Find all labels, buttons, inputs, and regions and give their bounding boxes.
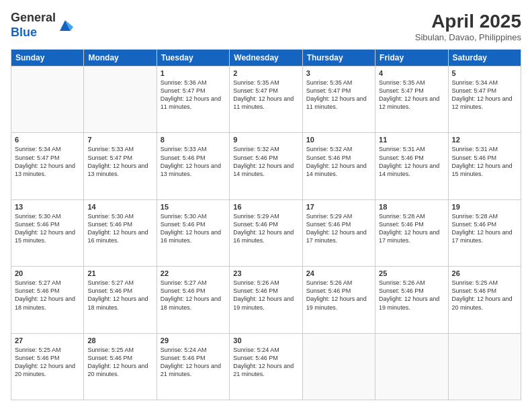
cell-detail: Sunrise: 5:24 AMSunset: 5:46 PMDaylight:… [161, 346, 226, 379]
calendar-cell: 2Sunrise: 5:35 AMSunset: 5:47 PMDaylight… [230, 66, 302, 133]
calendar-cell: 18Sunrise: 5:28 AMSunset: 5:46 PMDayligh… [375, 199, 448, 266]
cell-detail: Sunrise: 5:27 AMSunset: 5:46 PMDaylight:… [87, 279, 152, 312]
cell-detail: Sunrise: 5:36 AMSunset: 5:47 PMDaylight:… [161, 79, 226, 111]
calendar-week-1: 1Sunrise: 5:36 AMSunset: 5:47 PMDaylight… [11, 66, 521, 133]
calendar-table: SundayMondayTuesdayWednesdayThursdayFrid… [11, 49, 521, 400]
calendar-cell [84, 66, 157, 133]
logo-blue: Blue [11, 26, 37, 39]
day-number: 1 [161, 69, 226, 77]
day-number: 7 [87, 136, 152, 144]
calendar-cell [375, 333, 448, 400]
calendar-cell: 15Sunrise: 5:30 AMSunset: 5:46 PMDayligh… [157, 199, 229, 266]
calendar-cell: 22Sunrise: 5:27 AMSunset: 5:46 PMDayligh… [157, 267, 229, 333]
calendar-cell: 29Sunrise: 5:24 AMSunset: 5:46 PMDayligh… [157, 333, 229, 400]
day-number: 26 [452, 269, 517, 277]
cell-detail: Sunrise: 5:29 AMSunset: 5:46 PMDaylight:… [306, 212, 371, 245]
cell-detail: Sunrise: 5:26 AMSunset: 5:46 PMDaylight:… [306, 279, 371, 312]
cell-detail: Sunrise: 5:30 AMSunset: 5:46 PMDaylight:… [15, 212, 80, 245]
day-number: 9 [233, 136, 298, 144]
cell-detail: Sunrise: 5:25 AMSunset: 5:46 PMDaylight:… [15, 346, 80, 379]
calendar-cell: 25Sunrise: 5:26 AMSunset: 5:46 PMDayligh… [375, 267, 448, 333]
cell-detail: Sunrise: 5:31 AMSunset: 5:46 PMDaylight:… [452, 145, 517, 178]
day-number: 21 [87, 269, 152, 277]
cell-detail: Sunrise: 5:26 AMSunset: 5:46 PMDaylight:… [233, 279, 298, 312]
logo: General Blue [11, 11, 73, 40]
calendar-week-4: 20Sunrise: 5:27 AMSunset: 5:46 PMDayligh… [11, 267, 521, 333]
day-number: 27 [15, 336, 80, 345]
logo-general: General [11, 11, 56, 24]
cell-detail: Sunrise: 5:32 AMSunset: 5:46 PMDaylight:… [306, 145, 371, 178]
calendar-cell: 4Sunrise: 5:35 AMSunset: 5:47 PMDaylight… [375, 66, 448, 133]
calendar-cell: 21Sunrise: 5:27 AMSunset: 5:46 PMDayligh… [84, 267, 157, 333]
calendar-cell: 28Sunrise: 5:25 AMSunset: 5:46 PMDayligh… [84, 333, 157, 400]
calendar-cell: 20Sunrise: 5:27 AMSunset: 5:46 PMDayligh… [11, 267, 84, 333]
calendar-cell: 13Sunrise: 5:30 AMSunset: 5:46 PMDayligh… [11, 199, 84, 266]
day-number: 28 [87, 336, 152, 345]
cell-detail: Sunrise: 5:34 AMSunset: 5:47 PMDaylight:… [452, 79, 517, 111]
calendar-cell: 9Sunrise: 5:32 AMSunset: 5:46 PMDaylight… [230, 133, 302, 199]
day-number: 18 [379, 203, 444, 211]
month-title: April 2025 [415, 11, 521, 32]
col-header-tuesday: Tuesday [157, 50, 229, 66]
day-number: 29 [161, 336, 226, 345]
calendar-cell: 6Sunrise: 5:34 AMSunset: 5:47 PMDaylight… [11, 133, 84, 199]
cell-detail: Sunrise: 5:32 AMSunset: 5:46 PMDaylight:… [233, 145, 298, 178]
day-number: 10 [306, 136, 371, 144]
day-number: 14 [87, 203, 152, 211]
calendar-cell: 16Sunrise: 5:29 AMSunset: 5:46 PMDayligh… [230, 199, 302, 266]
title-block: April 2025 Sibulan, Davao, Philippines [415, 11, 521, 42]
cell-detail: Sunrise: 5:34 AMSunset: 5:47 PMDaylight:… [15, 145, 80, 178]
cell-detail: Sunrise: 5:27 AMSunset: 5:46 PMDaylight:… [15, 279, 80, 312]
day-number: 13 [15, 203, 80, 211]
cell-detail: Sunrise: 5:24 AMSunset: 5:46 PMDaylight:… [233, 346, 298, 379]
day-number: 17 [306, 203, 371, 211]
calendar-cell: 8Sunrise: 5:33 AMSunset: 5:46 PMDaylight… [157, 133, 229, 199]
calendar-cell: 24Sunrise: 5:26 AMSunset: 5:46 PMDayligh… [302, 267, 375, 333]
day-number: 23 [233, 269, 298, 277]
cell-detail: Sunrise: 5:30 AMSunset: 5:46 PMDaylight:… [87, 212, 152, 245]
col-header-monday: Monday [84, 50, 157, 66]
cell-detail: Sunrise: 5:29 AMSunset: 5:46 PMDaylight:… [233, 212, 298, 245]
calendar-cell: 3Sunrise: 5:35 AMSunset: 5:47 PMDaylight… [302, 66, 375, 133]
cell-detail: Sunrise: 5:35 AMSunset: 5:47 PMDaylight:… [306, 79, 371, 111]
day-number: 20 [15, 269, 80, 277]
calendar-week-2: 6Sunrise: 5:34 AMSunset: 5:47 PMDaylight… [11, 133, 521, 199]
cell-detail: Sunrise: 5:26 AMSunset: 5:46 PMDaylight:… [379, 279, 444, 312]
cell-detail: Sunrise: 5:28 AMSunset: 5:46 PMDaylight:… [452, 212, 517, 245]
cell-detail: Sunrise: 5:28 AMSunset: 5:46 PMDaylight:… [379, 212, 444, 245]
day-number: 22 [161, 269, 226, 277]
calendar-cell: 10Sunrise: 5:32 AMSunset: 5:46 PMDayligh… [302, 133, 375, 199]
cell-detail: Sunrise: 5:35 AMSunset: 5:47 PMDaylight:… [379, 79, 444, 111]
calendar-week-3: 13Sunrise: 5:30 AMSunset: 5:46 PMDayligh… [11, 199, 521, 266]
logo-icon [57, 17, 73, 34]
calendar-cell: 23Sunrise: 5:26 AMSunset: 5:46 PMDayligh… [230, 267, 302, 333]
day-number: 24 [306, 269, 371, 277]
day-number: 3 [306, 69, 371, 77]
location: Sibulan, Davao, Philippines [415, 32, 521, 42]
day-number: 5 [452, 69, 517, 77]
cell-detail: Sunrise: 5:33 AMSunset: 5:47 PMDaylight:… [87, 145, 152, 178]
calendar-cell [302, 333, 375, 400]
day-number: 6 [15, 136, 80, 144]
day-number: 12 [452, 136, 517, 144]
cell-detail: Sunrise: 5:33 AMSunset: 5:46 PMDaylight:… [161, 145, 226, 178]
cell-detail: Sunrise: 5:25 AMSunset: 5:46 PMDaylight:… [452, 279, 517, 312]
calendar-cell: 26Sunrise: 5:25 AMSunset: 5:46 PMDayligh… [448, 267, 521, 333]
cell-detail: Sunrise: 5:25 AMSunset: 5:46 PMDaylight:… [87, 346, 152, 379]
cell-detail: Sunrise: 5:31 AMSunset: 5:46 PMDaylight:… [379, 145, 444, 178]
calendar-cell [11, 66, 84, 133]
calendar-cell: 14Sunrise: 5:30 AMSunset: 5:46 PMDayligh… [84, 199, 157, 266]
calendar-cell: 7Sunrise: 5:33 AMSunset: 5:47 PMDaylight… [84, 133, 157, 199]
day-number: 4 [379, 69, 444, 77]
day-number: 2 [233, 69, 298, 77]
calendar-cell: 1Sunrise: 5:36 AMSunset: 5:47 PMDaylight… [157, 66, 229, 133]
cell-detail: Sunrise: 5:27 AMSunset: 5:46 PMDaylight:… [161, 279, 226, 312]
day-number: 30 [233, 336, 298, 345]
calendar-cell: 17Sunrise: 5:29 AMSunset: 5:46 PMDayligh… [302, 199, 375, 266]
day-number: 25 [379, 269, 444, 277]
col-header-sunday: Sunday [11, 50, 84, 66]
col-header-friday: Friday [375, 50, 448, 66]
day-number: 11 [379, 136, 444, 144]
calendar-cell: 11Sunrise: 5:31 AMSunset: 5:46 PMDayligh… [375, 133, 448, 199]
day-number: 16 [233, 203, 298, 211]
